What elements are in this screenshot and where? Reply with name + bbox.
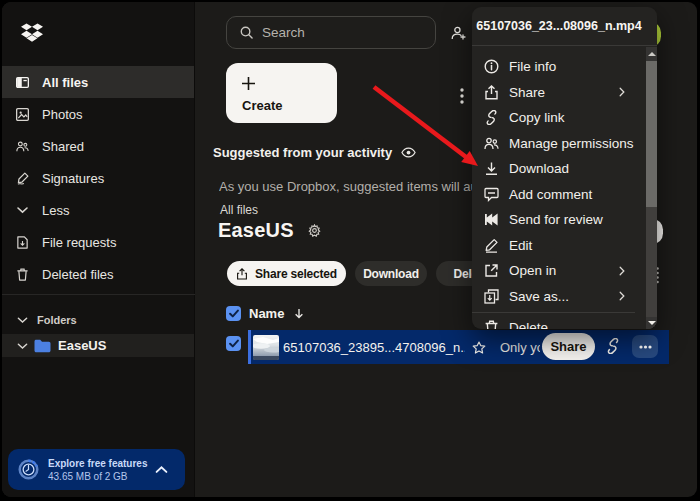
sidebar-nav: All files Photos Shared Signatures Less [2,66,194,290]
sidebar-divider [2,294,195,295]
name-column-header[interactable]: Name [249,306,284,321]
dropbox-app-window: All files Photos Shared Signatures Less [2,2,697,497]
trash-icon [16,268,29,281]
storage-card-text: Explore free features 43.65 MB of 2 GB [48,457,155,483]
scrollbar-thumb[interactable] [646,61,657,207]
comment-icon [484,187,499,202]
sidebar-item-label: Deleted files [42,267,114,282]
dropbox-logo-icon[interactable] [21,23,43,43]
ellipsis-icon [639,345,652,349]
sidebar-item-less[interactable]: Less [2,194,194,226]
share-selected-label: Share selected [255,267,337,281]
folders-section-header[interactable]: Folders [2,310,194,330]
row-more-button[interactable] [632,335,658,358]
sidebar-item-label: Photos [42,107,82,122]
menu-item-label: Delete [509,320,646,329]
select-all-checkbox[interactable] [226,306,241,321]
menu-item-manage-permissions[interactable]: Manage permissions [472,131,646,157]
eye-visibility-icon[interactable] [401,147,416,158]
sidebar-item-signatures[interactable]: Signatures [2,162,194,194]
permissions-people-icon [484,136,499,151]
sort-descending-icon[interactable] [294,308,304,319]
menu-item-label: Download [509,161,646,176]
storage-usage-label: 43.65 MB of 2 GB [48,470,155,483]
storage-card-title: Explore free features [48,457,155,470]
all-files-icon [16,76,29,89]
menu-item-open-in[interactable]: Open in [472,258,646,284]
menu-item-label: Copy link [509,110,646,125]
chevron-right-icon [618,87,626,97]
copy-link-icon[interactable] [606,338,620,354]
menu-item-send-for-review[interactable]: Send for review [472,207,646,233]
row-checkbox[interactable] [226,336,241,351]
page-title: EaseUS [218,219,294,242]
menu-item-label: File info [509,59,646,74]
breadcrumb[interactable]: All files [220,203,258,217]
download-icon [484,161,499,176]
row-share-label: Share [550,339,586,354]
menu-item-label: Save as... [509,289,618,304]
folder-name-label: EaseUS [58,338,106,353]
storage-gauge-icon [18,459,39,480]
chevron-down-icon [17,342,28,350]
menu-item-label: Add comment [509,187,646,202]
file-thumbnail [253,335,279,360]
star-icon[interactable] [472,341,486,354]
open-in-icon [484,263,499,278]
plus-icon [241,76,256,91]
sidebar-item-photos[interactable]: Photos [2,98,194,130]
menu-item-share[interactable]: Share [472,80,646,106]
menu-item-label: Manage permissions [509,136,646,151]
chevron-down-icon [17,316,28,324]
share-icon [484,85,499,100]
menu-item-label: Send for review [509,212,646,227]
share-icon [236,268,248,280]
chevron-down-icon [16,206,29,214]
storage-upsell-card[interactable]: Explore free features 43.65 MB of 2 GB [8,449,185,490]
menu-scrollbar[interactable] [646,47,657,329]
search-input[interactable]: Search [226,16,436,49]
folder-settings-gear-icon[interactable] [308,224,321,237]
menu-item-delete[interactable]: Delete [472,315,646,329]
menu-item-edit[interactable]: Edit [472,233,646,259]
trash-icon [484,320,499,329]
menu-item-label: Edit [509,238,646,253]
edit-pencil-icon [484,238,499,253]
check-icon [229,309,239,318]
download-label: Download [363,267,419,281]
chevron-right-icon [618,291,626,301]
file-name-label: 65107036_23895...4708096_n.... [283,340,465,355]
chevron-up-icon[interactable] [155,465,168,474]
menu-item-download[interactable]: Download [472,156,646,182]
menu-item-file-info[interactable]: File info [472,54,646,80]
search-icon [240,26,253,39]
menu-item-label: Open in [509,263,618,278]
sidebar-item-label: Less [42,203,69,218]
save-as-icon [484,289,499,304]
more-options-kebab-icon[interactable] [460,88,464,104]
menu-item-add-comment[interactable]: Add comment [472,182,646,208]
row-share-button[interactable]: Share [542,333,595,360]
send-for-review-icon [484,212,499,227]
menu-item-label: Share [509,85,618,100]
sidebar-item-file-requests[interactable]: File requests [2,226,194,258]
download-button[interactable]: Download [355,261,427,286]
sidebar-folder-easeus[interactable]: EaseUS [2,334,194,357]
share-selected-button[interactable]: Share selected [227,261,346,286]
sidebar-item-shared[interactable]: Shared [2,130,194,162]
sidebar-item-label: File requests [42,235,116,250]
file-row[interactable]: 65107036_23895...4708096_n.... Only you … [248,330,669,364]
scrollbar-up-button[interactable] [646,47,657,61]
invite-members-icon[interactable] [451,26,466,40]
folder-icon [34,339,51,353]
folders-header-label: Folders [37,314,77,326]
sidebar-item-all-files[interactable]: All files [2,66,194,98]
file-context-menu: 65107036_23...08096_n.mp4 File info Shar… [472,7,657,329]
sidebar-item-deleted-files[interactable]: Deleted files [2,258,194,290]
create-button-label: Create [242,98,282,113]
menu-item-copy-link[interactable]: Copy link [472,105,646,131]
sidebar: All files Photos Shared Signatures Less [2,2,195,497]
search-placeholder: Search [262,25,305,40]
menu-item-save-as[interactable]: Save as... [472,284,646,310]
create-button[interactable]: Create [226,63,337,123]
